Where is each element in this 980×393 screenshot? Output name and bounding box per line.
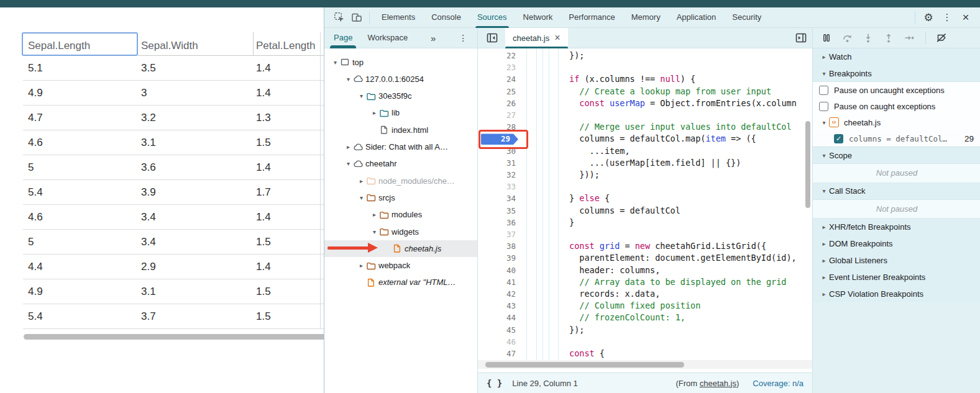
tree-item-webpack[interactable]: ▸webpack [324,257,478,274]
checkbox-unchecked[interactable] [819,102,828,111]
code-line-36[interactable]: 36} [478,217,812,228]
line-number[interactable]: 23 [478,61,521,73]
checkbox-checked[interactable]: ✓ [834,134,843,143]
code-line-22[interactable]: 22}); [478,50,812,61]
close-devtools-icon[interactable]: × [956,9,975,25]
line-number[interactable]: 41 [478,276,521,288]
line-number[interactable]: 27 [478,109,521,121]
column-header-Sepal.Length[interactable]: Sepal.Length [28,40,90,56]
code-line-33[interactable]: 33 [478,181,812,192]
line-number[interactable]: 32 [478,169,521,181]
table-row[interactable]: 4.73.21.3 [23,106,324,130]
sidebar-section-watch[interactable]: ▸Watch [813,48,980,65]
code-line-38[interactable]: 38const grid = new cheetahGrid.ListGrid(… [478,240,812,252]
tree-collapsed-icon[interactable]: ▸ [819,274,829,281]
tab-elements[interactable]: Elements [373,7,423,28]
sidebar-section-breakpoints[interactable]: ▾Breakpoints [813,65,980,82]
code-line-42[interactable]: 42 records: x.data, [478,288,812,300]
tree-expanded-icon[interactable]: ▾ [344,76,353,83]
checkbox-row-pause-on-uncaught-exceptions[interactable]: Pause on uncaught exceptions [813,82,980,98]
code-line-26[interactable]: 26 const userMap = Object.fromEntries(x.… [478,97,812,109]
sidebar-section-csp-violation-breakpoints[interactable]: ▸CSP Violation Breakpoints [813,286,980,302]
source-file-link[interactable]: cheetah.js [700,379,736,388]
tree-item-cheetahr[interactable]: ▾cheetahr [324,155,478,172]
tree-item-index.html[interactable]: index.html [324,122,478,138]
more-options-icon[interactable]: ⋮ [938,9,956,25]
tree-expanded-icon[interactable]: ▾ [819,152,829,159]
table-row[interactable]: 5.13.51.4 [23,56,324,81]
more-navigator-tabs-icon[interactable]: » [424,30,442,46]
table-row[interactable]: 53.61.4 [23,155,324,180]
line-number[interactable]: 22 [478,50,521,61]
editor-tab-cheetah-js[interactable]: cheetah.js × [505,28,568,48]
navigator-tab-page[interactable]: Page [334,28,352,48]
code-line-37[interactable]: 37 [478,228,812,240]
tree-collapsed-icon[interactable]: ▸ [819,224,829,230]
line-number[interactable]: 33 [478,181,521,192]
tab-console[interactable]: Console [423,7,469,28]
code-line-24[interactable]: 24if (x.columns !== null) { [478,73,812,85]
tree-expanded-icon[interactable]: ▾ [344,160,353,167]
tree-expanded-icon[interactable]: ▾ [819,70,829,77]
line-number[interactable]: 40 [478,264,521,276]
tree-item-top[interactable]: ▾top [324,54,478,71]
line-number[interactable]: 24 [478,73,521,85]
page-horizontal-scrollbar[interactable] [24,334,324,340]
line-number[interactable]: 35 [478,205,521,217]
code-line-44[interactable]: 44 // frozenColCount: 1, [478,312,812,323]
code-line-47[interactable]: 47const { [478,348,812,359]
show-debugger-sidebar-icon[interactable] [795,33,807,43]
column-header-Sepal.Width[interactable]: Sepal.Width [141,40,198,56]
code-line-39[interactable]: 39 parentElement: document.getElementByI… [478,252,812,264]
code-line-31[interactable]: 31 ...(userMap[item.field] || {}) [478,157,812,169]
line-number[interactable]: 46 [478,336,521,348]
code-line-27[interactable]: 27 [478,109,812,121]
sidebar-section-dom-breakpoints[interactable]: ▸DOM Breakpoints [813,235,980,252]
tab-application[interactable]: Application [669,7,725,28]
step-into-icon[interactable] [863,33,873,43]
sidebar-section-scope[interactable]: ▾Scope [813,147,980,164]
tree-expanded-icon[interactable]: ▾ [370,228,379,235]
line-number[interactable]: 36 [478,217,521,228]
line-number[interactable]: 39 [478,252,521,264]
line-number[interactable]: 34 [478,192,521,204]
column-header-Petal.Length[interactable]: Petal.Length [256,40,315,56]
tree-collapsed-icon[interactable]: ▸ [370,211,379,218]
coverage-link[interactable]: Coverage: n/a [753,379,804,388]
pretty-print-icon[interactable]: { } [487,378,502,388]
line-number[interactable]: 37 [478,228,521,240]
code-line-32[interactable]: 32 })); [478,169,812,181]
checkbox-unchecked[interactable] [819,86,828,95]
line-number[interactable]: 45 [478,324,521,336]
step-over-icon[interactable] [842,33,853,43]
line-number[interactable]: 31 [478,157,521,169]
code-editor[interactable]: 22});2324if (x.columns !== null) {25 // … [478,48,812,373]
table-row[interactable]: 4.42.91.4 [23,255,324,279]
code-line-43[interactable]: 43 // Column fixed position [478,300,812,312]
tree-item-srcjs[interactable]: ▾srcjs [324,189,478,206]
tree-expanded-icon[interactable]: ▾ [331,59,340,66]
device-toolbar-icon[interactable] [348,9,365,25]
close-tab-icon[interactable]: × [554,32,560,43]
sidebar-section-xhr-fetch-breakpoints[interactable]: ▸XHR/fetch Breakpoints [813,219,980,235]
tree-item-lib[interactable]: ▸lib [324,104,478,121]
step-icon[interactable] [904,33,915,43]
tree-collapsed-icon[interactable]: ▸ [370,109,379,116]
code-line-35[interactable]: 35 columns = defaultCol [478,205,812,217]
tree-item-node-modules-che-[interactable]: ▸node_modules/che… [324,173,478,189]
deactivate-breakpoints-icon[interactable] [936,33,947,43]
table-row[interactable]: 4.63.11.5 [23,130,324,155]
tree-expanded-icon[interactable]: ▾ [819,187,829,194]
line-number[interactable]: 26 [478,97,521,109]
tab-performance[interactable]: Performance [561,7,623,28]
checkbox-row-pause-on-caught-exceptions[interactable]: Pause on caught exceptions [813,98,980,114]
table-row[interactable]: 4.63.41.4 [23,205,324,230]
code-line-45[interactable]: 45}); [478,324,812,336]
tree-collapsed-icon[interactable]: ▸ [357,178,366,184]
breakpoint-entry[interactable]: ✓columns = defaultCol…29 [813,130,980,147]
pause-script-icon[interactable] [822,33,831,43]
tree-expanded-icon[interactable]: ▾ [357,194,366,201]
tree-item-30e35f9c[interactable]: ▾30e35f9c [324,88,478,104]
table-row[interactable]: 53.41.5 [23,230,324,255]
line-number[interactable]: 44 [478,312,521,323]
